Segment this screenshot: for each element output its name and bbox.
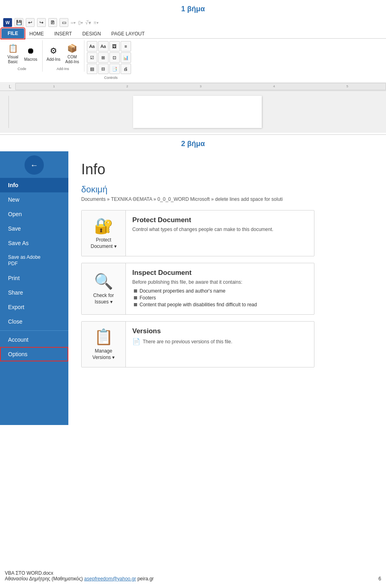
ctrl-btn-7[interactable]: ⊡ <box>109 52 120 63</box>
sidebar-item-print[interactable]: Print <box>0 271 68 285</box>
backstage-panel: ← Info New Open Save Save As Save as Ado… <box>0 151 386 425</box>
add-ins-label: Add-Ins <box>47 57 60 62</box>
protect-document-title: Protect Document <box>132 216 308 224</box>
sidebar-item-export[interactable]: Export <box>0 300 68 314</box>
page-number: 6 <box>378 576 381 582</box>
sidebar-item-new[interactable]: New <box>0 192 68 207</box>
ctrl-btn-5[interactable]: ☑ <box>87 52 97 63</box>
versions-body: Versions 📄 There are no previous version… <box>126 322 314 367</box>
sidebar-item-close[interactable]: Close <box>0 314 68 329</box>
home-tab[interactable]: HOME <box>24 29 49 38</box>
sidebar-item-saveas[interactable]: Save As <box>0 236 68 250</box>
sidebar-divider <box>0 330 68 331</box>
macros-button[interactable]: ⏺ Macros <box>23 43 39 63</box>
word-logo: W <box>3 18 12 27</box>
ruler-bar: 12345 <box>15 83 386 90</box>
visual-basic-button[interactable]: 📋 VisualBasic <box>5 41 21 65</box>
ribbon-tabs: FILE HOME INSERT DESIGN PAGE LAYOUT <box>0 29 386 39</box>
bullet-properties: Document properties and author's name <box>132 288 308 294</box>
bullet-icon-1 <box>134 289 137 293</box>
inspect-document-body: Inspect Document Before publishing this … <box>126 263 314 314</box>
qat-separator4: π▾ <box>94 21 99 25</box>
code-buttons: 📋 VisualBasic ⏺ Macros <box>5 41 39 65</box>
com-addins-button[interactable]: 📦 COMAdd-Ins <box>64 41 80 65</box>
step2-label: 2 βήμα <box>0 135 386 151</box>
sidebar-item-open[interactable]: Open <box>0 207 68 221</box>
ribbon-content: 📋 VisualBasic ⏺ Macros Code ⚙ Add-Ins 📦 <box>0 39 386 82</box>
inspect-document-card: 🔍 Check for Issues ▾ Inspect Document Be… <box>81 263 314 315</box>
check-issues-label: Check for Issues ▾ <box>86 293 121 305</box>
footer-author-name: Αθανασίου Δημήτρης (Μαθηματικός) <box>5 576 83 582</box>
page-footer: VBA ΣΤΟ WORD.docx Αθανασίου Δημήτρης (Μα… <box>5 570 154 582</box>
sidebar-item-save[interactable]: Save <box>0 221 68 236</box>
ctrl-btn-4[interactable]: ≡ <box>121 41 131 52</box>
undo-qat-button[interactable]: ↩ <box>26 18 35 27</box>
document-area <box>0 91 386 133</box>
ctrl-btn-1[interactable]: Aa <box>87 41 97 52</box>
info-heading: Info <box>81 161 373 178</box>
sidebar-item-share[interactable]: Share <box>0 285 68 300</box>
add-ins-button[interactable]: ⚙ Add-Ins <box>45 43 62 63</box>
check-for-issues-button[interactable]: 🔍 Check for Issues ▾ <box>82 263 126 314</box>
inspect-icon: 🔍 <box>94 272 113 290</box>
versions-title: Versions <box>132 327 308 335</box>
sidebar-item-account[interactable]: Account <box>0 332 68 347</box>
visual-basic-icon: 📋 <box>6 42 19 55</box>
ctrl-btn-11[interactable]: 📑 <box>109 64 120 74</box>
bullet-footers: Footers <box>132 295 308 301</box>
ctrl-btn-12[interactable]: 🖨 <box>121 64 131 74</box>
ctrl-btn-9[interactable]: ▤ <box>87 64 97 74</box>
protect-document-desc: Control what types of changes people can… <box>132 227 308 232</box>
backstage-sidebar: ← Info New Open Save Save As Save as Ado… <box>0 151 68 425</box>
document-name: δοκιμή <box>81 184 373 195</box>
new-qat-button[interactable]: 🖹 <box>48 18 57 27</box>
footer-email[interactable]: asepfreedom@yahoo.gr <box>84 576 136 582</box>
document-path: Documents » ΤΕΧΝΙΚΑ ΘΕΜΑΤΑ » 0_0_0_WORD … <box>81 196 373 202</box>
manage-versions-label: Manage Versions ▾ <box>86 348 121 361</box>
ctrl-btn-3[interactable]: 🖼 <box>109 41 120 52</box>
macros-label: Macros <box>24 57 37 62</box>
redo-qat-button[interactable]: ↪ <box>37 18 46 27</box>
footer-site: peira.gr <box>138 576 154 582</box>
controls-buttons: Aa Aa 🖼 ≡ ☑ ⊞ ⊡ 📊 ▤ ⊟ 📑 🖨 <box>87 41 135 74</box>
versions-icon: 📋 <box>94 328 113 346</box>
com-addins-icon: 📦 <box>66 42 79 55</box>
manage-versions-button[interactable]: 📋 Manage Versions ▾ <box>82 322 126 367</box>
back-button[interactable]: ← <box>25 155 44 175</box>
file-tab[interactable]: FILE <box>2 29 24 38</box>
addins-buttons: ⚙ Add-Ins 📦 COMAdd-Ins <box>45 41 81 65</box>
save-qat-button[interactable]: 💾 <box>14 18 23 27</box>
ctrl-btn-10[interactable]: ⊟ <box>98 64 109 74</box>
protect-document-label: Protect Document ▾ <box>86 237 121 250</box>
controls-small-group: Aa Aa 🖼 ≡ ☑ ⊞ ⊡ 📊 ▤ ⊟ 📑 🖨 <box>87 41 135 74</box>
page-layout-tab[interactable]: PAGE LAYOUT <box>106 29 150 38</box>
insert-tab[interactable]: INSERT <box>49 29 77 38</box>
inspect-document-title: Inspect Document <box>132 269 308 277</box>
versions-file-icon: 📄 <box>132 338 140 345</box>
ctrl-btn-8[interactable]: 📊 <box>121 52 131 63</box>
qat-separator3: √̄▾ <box>85 20 91 26</box>
footer-filename: VBA ΣΤΟ WORD.docx <box>5 570 154 576</box>
sidebar-item-saveadobe[interactable]: Save as AdobePDF <box>0 250 68 271</box>
com-addins-label: COMAdd-Ins <box>65 55 79 64</box>
ribbon-group-controls: Aa Aa 🖼 ≡ ☑ ⊞ ⊡ 📊 ▤ ⊟ 📑 🖨 Controls <box>85 40 138 80</box>
add-ins-icon: ⚙ <box>47 44 60 57</box>
versions-card: 📋 Manage Versions ▾ Versions 📄 There are… <box>81 321 314 367</box>
sidebar-item-options[interactable]: Options <box>0 347 68 361</box>
protect-document-button[interactable]: 🔐 Protect Document ▾ <box>82 210 126 256</box>
visual-basic-label: VisualBasic <box>7 55 18 64</box>
design-tab[interactable]: DESIGN <box>77 29 106 38</box>
info-main-panel: Info δοκιμή Documents » ΤΕΧΝΙΚΑ ΘΕΜΑΤΑ »… <box>68 151 386 425</box>
bullet-accessibility: Content that people with disabilities fi… <box>132 302 308 307</box>
protect-document-card: 🔐 Protect Document ▾ Protect Document Co… <box>81 210 314 256</box>
protect-document-body: Protect Document Control what types of c… <box>126 210 314 256</box>
shape-qat-button[interactable]: ▭ <box>60 18 68 27</box>
ctrl-btn-2[interactable]: Aa <box>98 41 109 52</box>
ribbon-group-addins: ⚙ Add-Ins 📦 COMAdd-Ins Add-Ins <box>43 40 84 72</box>
ctrl-btn-6[interactable]: ⊞ <box>98 52 109 63</box>
bullet-icon-2 <box>134 296 137 299</box>
left-ruler <box>0 96 9 128</box>
code-group-label: Code <box>18 67 27 71</box>
lock-icon: 🔐 <box>94 217 113 235</box>
sidebar-item-info[interactable]: Info <box>0 178 68 192</box>
